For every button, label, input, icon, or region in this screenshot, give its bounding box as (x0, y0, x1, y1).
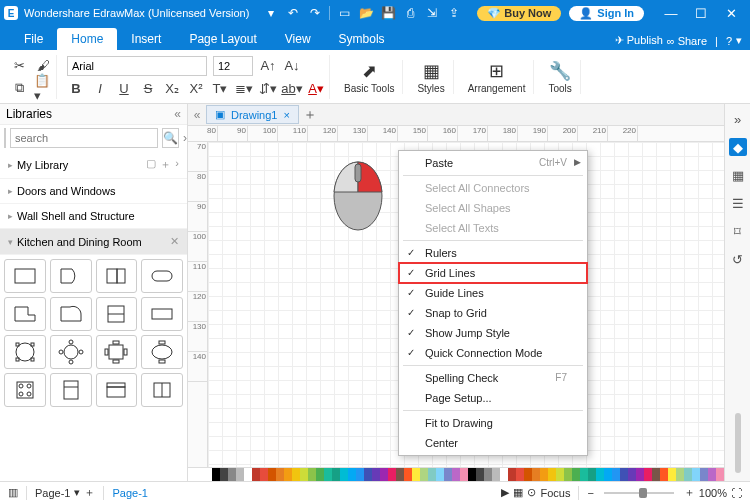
font-color-icon[interactable]: A▾ (307, 80, 325, 98)
case-icon[interactable]: T▾ (211, 80, 229, 98)
ctx-guide-lines[interactable]: ✓Guide Lines (399, 283, 587, 303)
basic-tools-group[interactable]: ⬈Basic Tools (336, 60, 403, 94)
share-button[interactable]: ∞ Share (667, 35, 707, 47)
print-icon[interactable]: ⎙ (402, 5, 418, 21)
zoom-out-icon[interactable]: − (587, 487, 593, 499)
cut-icon[interactable]: ✂ (10, 57, 28, 75)
font-name-select[interactable] (67, 56, 207, 76)
buy-now-button[interactable]: 💎 Buy Now (477, 6, 561, 21)
spacing-icon[interactable]: ⇵▾ (259, 80, 277, 98)
zoom-in-icon[interactable]: ＋ (684, 485, 695, 500)
close-tab-icon[interactable]: × (283, 109, 289, 121)
lib-section-wall[interactable]: ▸Wall Shell and Structure (0, 204, 187, 229)
search-input[interactable] (10, 128, 158, 148)
add-page-icon[interactable]: ＋ (84, 485, 95, 500)
shape-item[interactable] (96, 373, 138, 407)
shape-item[interactable] (50, 335, 92, 369)
bullets-icon[interactable]: ≣▾ (235, 80, 253, 98)
zoom-slider[interactable] (604, 492, 674, 494)
shape-item[interactable] (141, 335, 183, 369)
ctx-fit-to-drawing[interactable]: Fit to Drawing (399, 413, 587, 433)
library-filter-select[interactable] (4, 128, 6, 148)
ctx-paste[interactable]: PasteCtrl+V▶ (399, 153, 587, 173)
save-icon[interactable]: 💾 (380, 5, 396, 21)
tab-scroll-left-icon[interactable]: « (188, 108, 206, 122)
export-icon[interactable]: ⇲ (424, 5, 440, 21)
page-selector[interactable]: Page-1 ▾ ＋ (27, 485, 103, 500)
shape-item[interactable] (4, 259, 46, 293)
document-tab[interactable]: ▣Drawing1× (206, 105, 299, 124)
shape-item[interactable] (141, 297, 183, 331)
ctx-center[interactable]: Center (399, 433, 587, 453)
format-pane-icon[interactable]: ◆ (729, 138, 747, 156)
shape-item[interactable] (4, 335, 46, 369)
shape-item[interactable] (50, 373, 92, 407)
menu-insert[interactable]: Insert (117, 28, 175, 50)
ctx-show-jump-style[interactable]: ✓Show Jump Style (399, 323, 587, 343)
layout-mode-icon[interactable]: ▥ (8, 486, 18, 499)
maximize-icon[interactable]: ☐ (686, 6, 716, 21)
sign-in-button[interactable]: 👤Sign In (569, 6, 644, 21)
qat-dropdown-icon[interactable]: ▾ (263, 5, 279, 21)
presentation-icon[interactable]: ▶ (501, 486, 509, 499)
open-icon[interactable]: 📂 (358, 5, 374, 21)
grid-view-icon[interactable]: ▦ (513, 486, 523, 499)
ctx-spelling-check[interactable]: Spelling CheckF7 (399, 368, 587, 388)
color-bar[interactable] (188, 467, 724, 481)
canvas[interactable]: PasteCtrl+V▶ Select All Connectors Selec… (208, 142, 724, 467)
lib-section-kitchen[interactable]: ▾Kitchen and Dining Room✕ (0, 229, 187, 255)
lib-section-doors[interactable]: ▸Doors and Windows (0, 179, 187, 204)
zoom-level[interactable]: 100% (699, 487, 727, 499)
new-icon[interactable]: ▭ (336, 5, 352, 21)
shrink-font-icon[interactable]: A↓ (283, 57, 301, 75)
shape-item[interactable] (4, 373, 46, 407)
shape-item[interactable] (96, 259, 138, 293)
minimize-icon[interactable]: — (656, 6, 686, 21)
shape-item[interactable] (141, 259, 183, 293)
bold-icon[interactable]: B (67, 80, 85, 98)
shape-item[interactable] (96, 297, 138, 331)
copy-icon[interactable]: ⧉ (10, 79, 28, 97)
ctx-select-texts[interactable]: Select All Texts (399, 218, 587, 238)
italic-icon[interactable]: I (91, 80, 109, 98)
new-library-icon[interactable]: ＋ (160, 157, 171, 172)
ctx-select-connectors[interactable]: Select All Connectors (399, 178, 587, 198)
paste-icon[interactable]: 📋▾ (34, 79, 52, 97)
expand-arrow-icon[interactable]: › (183, 131, 187, 145)
share-icon[interactable]: ⇪ (446, 5, 462, 21)
publish-button[interactable]: ✈ Publish (615, 34, 663, 47)
outline-pane-icon[interactable]: ☰ (729, 194, 747, 212)
collapse-libraries-icon[interactable]: « (174, 107, 181, 121)
properties-pane-icon[interactable]: ⌑ (729, 222, 747, 240)
close-icon[interactable]: ✕ (716, 6, 746, 21)
add-library-icon[interactable]: ▢ (146, 157, 156, 172)
arrangement-group[interactable]: ⊞Arrangement (460, 60, 535, 94)
search-icon[interactable]: 🔍 (162, 128, 179, 148)
help-icon[interactable]: ? (726, 35, 732, 47)
tools-group[interactable]: 🔧Tools (540, 60, 580, 94)
styles-group[interactable]: ▦Styles (409, 60, 453, 94)
redo-icon[interactable]: ↷ (307, 5, 323, 21)
menu-page-layout[interactable]: Page Layout (175, 28, 270, 50)
menu-symbols[interactable]: Symbols (325, 28, 399, 50)
superscript-icon[interactable]: X² (187, 80, 205, 98)
shape-item[interactable] (96, 335, 138, 369)
active-page-tab[interactable]: Page-1 (104, 487, 155, 499)
lib-section-my-library[interactable]: ▸My Library▢＋› (0, 151, 187, 179)
close-section-icon[interactable]: ✕ (170, 235, 179, 248)
ctx-grid-lines[interactable]: ✓Grid Lines (399, 263, 587, 283)
shape-item[interactable] (4, 297, 46, 331)
highlight-icon[interactable]: ab▾ (283, 80, 301, 98)
ctx-select-shapes[interactable]: Select All Shapes (399, 198, 587, 218)
ctx-rulers[interactable]: ✓Rulers (399, 243, 587, 263)
undo-icon[interactable]: ↶ (285, 5, 301, 21)
collapse-right-icon[interactable]: » (729, 110, 747, 128)
new-tab-icon[interactable]: ＋ (299, 106, 321, 124)
font-size-select[interactable] (213, 56, 253, 76)
fit-page-icon[interactable]: ⛶ (731, 487, 742, 499)
ctx-page-setup[interactable]: Page Setup... (399, 388, 587, 408)
grow-font-icon[interactable]: A↑ (259, 57, 277, 75)
history-pane-icon[interactable]: ↺ (729, 250, 747, 268)
vertical-scrollbar[interactable] (735, 413, 741, 473)
strike-icon[interactable]: S (139, 80, 157, 98)
